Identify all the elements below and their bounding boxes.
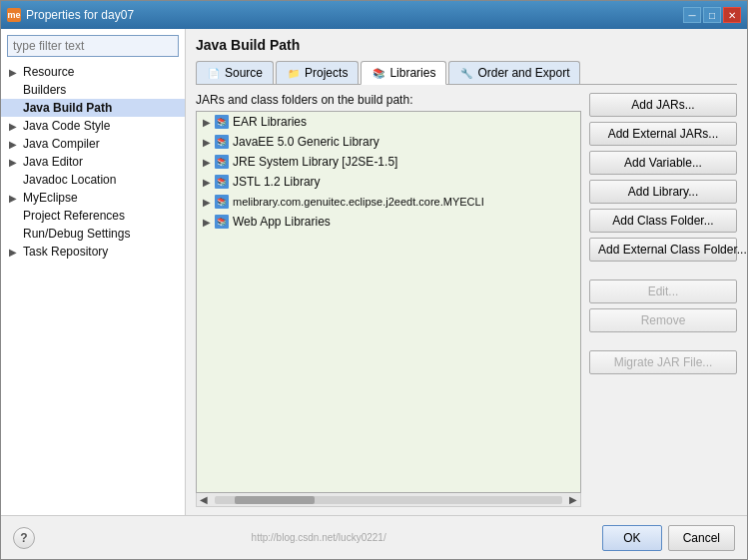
item-label: EAR Libraries [233,115,307,129]
list-item[interactable]: ▶ 📚 JavaEE 5.0 Generic Library [197,132,580,152]
expand-arrow: ▶ [203,197,211,208]
expand-arrow: ▶ [203,177,211,188]
sidebar-item-builders[interactable]: Builders [1,81,185,99]
help-button[interactable]: ? [13,527,35,549]
library-icon: 📚 [215,115,229,129]
filter-input[interactable] [7,35,179,57]
edit-button[interactable]: Edit... [589,280,737,303]
list-item[interactable]: ▶ 📚 Web App Libraries [197,212,580,232]
tab-order-label: Order and Export [477,66,569,80]
list-item[interactable]: ▶ 📚 JRE System Library [J2SE-1.5] [197,152,580,172]
scrollbar-thumb[interactable] [235,496,315,504]
library-icon: 📚 [215,215,229,229]
main-area: JARs and class folders on the build path… [196,93,737,507]
sidebar-item-task-repository[interactable]: ▶Task Repository [1,243,185,261]
item-label: JSTL 1.2 Library [233,175,321,189]
sidebar-item-label: Builders [23,83,66,97]
expand-arrow: ▶ [9,193,21,204]
projects-tab-icon: 📁 [287,66,301,80]
scroll-left-arrow[interactable]: ◀ [197,494,211,505]
expand-arrow: ▶ [9,247,21,258]
bottom-bar: ? http://blog.csdn.net/lucky0221/ OK Can… [1,515,747,559]
app-icon: me [7,8,21,22]
library-icon: 📚 [215,175,229,189]
sidebar-item-run-debug-settings[interactable]: Run/Debug Settings [1,225,185,243]
panel-title: Java Build Path [196,37,737,53]
ok-button[interactable]: OK [602,525,661,551]
sidebar-item-java-editor[interactable]: ▶Java Editor [1,153,185,171]
scrollbar-track[interactable] [215,496,562,504]
sidebar-item-label: Task Repository [23,245,108,259]
cancel-button[interactable]: Cancel [668,525,735,551]
list-item[interactable]: ▶ 📚 JSTL 1.2 Library [197,172,580,192]
expand-arrow: ▶ [203,137,211,148]
bottom-right: OK Cancel [602,525,735,551]
sidebar-item-javadoc-location[interactable]: Javadoc Location [1,171,185,189]
list-item[interactable]: ▶ 📚 melibrary.com.genuitec.eclipse.j2eed… [197,192,580,212]
libraries-tab-icon: 📚 [372,66,385,80]
tab-libraries-label: Libraries [389,66,435,80]
button-panel: Add JARs... Add External JARs... Add Var… [589,93,737,507]
expand-arrow: ▶ [203,217,211,228]
horizontal-scrollbar[interactable]: ◀ ▶ [196,493,581,507]
left-panel: ▶ResourceBuildersJava Build Path▶Java Co… [1,29,186,515]
title-bar: me Properties for day07 ─ □ ✕ [1,1,747,29]
filter-box [7,35,179,57]
add-external-class-folder-button[interactable]: Add External Class Folder... [589,238,737,262]
item-label: JavaEE 5.0 Generic Library [233,135,379,149]
expand-arrow: ▶ [203,157,211,168]
expand-arrow: ▶ [203,117,211,128]
window-controls: ─ □ ✕ [683,7,741,23]
item-label: Web App Libraries [233,215,331,229]
maximize-button[interactable]: □ [703,7,721,23]
window-title: Properties for day07 [26,8,134,22]
migrate-jar-button[interactable]: Migrate JAR File... [589,350,737,374]
sidebar-item-java-compiler[interactable]: ▶Java Compiler [1,135,185,153]
library-icon: 📚 [215,135,229,149]
tab-projects-label: Projects [305,66,348,80]
sidebar-item-resource[interactable]: ▶Resource [1,63,185,81]
button-spacer-2 [589,337,737,345]
tab-projects[interactable]: 📁 Projects [276,61,359,84]
library-icon: 📚 [215,195,229,209]
tab-source-label: Source [225,66,263,80]
sidebar-item-label: Resource [23,65,74,79]
expand-arrow: ▶ [9,157,21,168]
scroll-right-arrow[interactable]: ▶ [566,494,580,505]
sidebar-item-java-build-path[interactable]: Java Build Path [1,99,185,117]
add-variable-button[interactable]: Add Variable... [589,151,737,175]
expand-arrow: ▶ [9,139,21,150]
add-jars-button[interactable]: Add JARs... [589,93,737,117]
sidebar-item-label: Javadoc Location [23,173,116,187]
tab-source[interactable]: 📄 Source [196,61,274,84]
list-description: JARs and class folders on the build path… [196,93,581,107]
add-class-folder-button[interactable]: Add Class Folder... [589,209,737,233]
add-external-jars-button[interactable]: Add External JARs... [589,122,737,146]
sidebar-item-label: Java Code Style [23,119,110,133]
sidebar-item-label: Java Editor [23,155,83,169]
list-item[interactable]: ▶ 📚 EAR Libraries [197,112,580,132]
tabs: 📄 Source 📁 Projects 📚 Libraries 🔧 Order … [196,61,737,85]
list-section: JARs and class folders on the build path… [196,93,581,507]
remove-button[interactable]: Remove [589,308,737,332]
expand-arrow: ▶ [9,67,21,78]
library-icon: 📚 [215,155,229,169]
sidebar-item-project-references[interactable]: Project References [1,207,185,225]
sidebar-item-label: Java Build Path [23,101,112,115]
watermark: http://blog.csdn.net/lucky0221/ [252,532,386,543]
order-tab-icon: 🔧 [459,66,473,80]
tab-libraries[interactable]: 📚 Libraries [361,61,446,85]
right-panel: Java Build Path 📄 Source 📁 Projects 📚 Li… [186,29,747,515]
sidebar-item-label: Run/Debug Settings [23,227,130,241]
sidebar-item-label: Project References [23,209,125,223]
minimize-button[interactable]: ─ [683,7,701,23]
sidebar-item-java-code-style[interactable]: ▶Java Code Style [1,117,185,135]
button-spacer [589,267,737,275]
main-content: ▶ResourceBuildersJava Build Path▶Java Co… [1,29,747,515]
expand-arrow: ▶ [9,121,21,132]
close-button[interactable]: ✕ [723,7,741,23]
tab-order-export[interactable]: 🔧 Order and Export [448,61,580,84]
library-list[interactable]: ▶ 📚 EAR Libraries ▶ 📚 JavaEE 5.0 Generic… [196,111,581,493]
sidebar-item-myeclipse[interactable]: ▶MyEclipse [1,189,185,207]
add-library-button[interactable]: Add Library... [589,180,737,204]
